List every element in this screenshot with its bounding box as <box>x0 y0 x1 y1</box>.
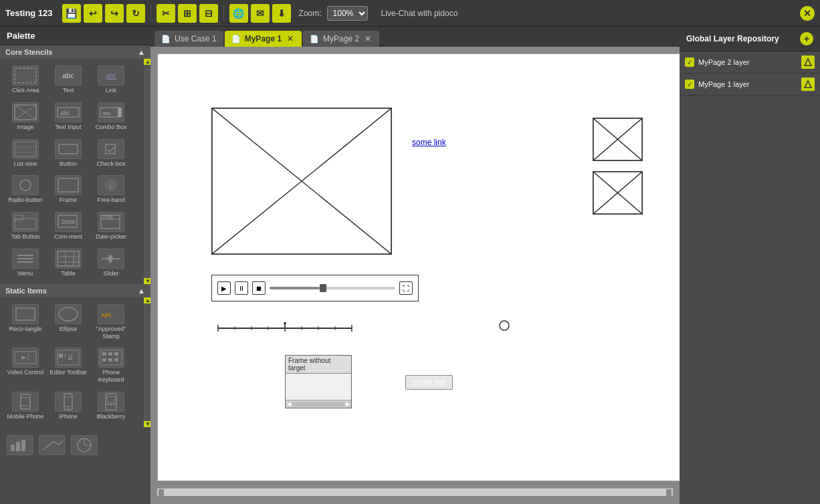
palette-item-button[interactable]: Button <box>48 136 88 170</box>
palette-item-menu[interactable]: Menu <box>5 246 45 280</box>
palette-item-textinput[interactable]: abc Text Input <box>48 100 88 134</box>
tab-mypage1-close[interactable]: ✕ <box>286 34 295 43</box>
link-icon: abc <box>98 66 124 86</box>
frame-icon <box>55 175 82 195</box>
play-button[interactable]: ▶ <box>217 281 231 295</box>
canvas-image-1[interactable] <box>211 108 392 255</box>
canvas-frame-without-target[interactable]: Frame without target ◀ ▶ <box>285 355 352 408</box>
cut-button[interactable]: ✂ <box>157 4 175 23</box>
palette-item-listview[interactable]: List view <box>5 136 45 170</box>
tab-usecase1-icon: 📄 <box>161 35 171 43</box>
static-items-items: Reco-tangle Ellipse AP! "Approved" Stamp <box>0 297 144 427</box>
palette-item-frame[interactable]: Frame <box>48 172 88 207</box>
palette-item-combobox[interactable]: abc Combo Box <box>91 100 131 134</box>
palette-item-barchart[interactable] <box>5 432 35 458</box>
globe-button[interactable]: 🌐 <box>229 4 248 23</box>
canvas-link[interactable]: some link <box>412 138 446 147</box>
core-stencils-scrollbar[interactable]: ▲ ▼ <box>144 59 150 284</box>
svg-rect-67 <box>21 440 25 451</box>
palette-item-datepicker[interactable]: 2008 Date-picker <box>91 209 131 243</box>
canvas-video-control[interactable]: ▶ ⏸ ⏹ ⛶ <box>211 275 419 301</box>
mobilephone-icon <box>12 392 39 412</box>
canvas-tab-button[interactable]: some tab <box>405 375 453 390</box>
pause-button[interactable]: ⏸ <box>235 281 248 295</box>
text-icon: abc <box>55 66 82 86</box>
palette-item-text[interactable]: abc Text <box>48 63 88 97</box>
tabbutton-icon <box>12 212 39 232</box>
canvas-radio[interactable]: radiobutton <box>499 320 552 331</box>
svg-rect-64 <box>113 403 115 405</box>
palette-item-iphone[interactable]: iPhone <box>48 389 88 423</box>
palette-item-piechart[interactable] <box>70 432 99 458</box>
layer-mypage1-icon[interactable] <box>801 78 815 91</box>
palette-item-ellipse[interactable]: Ellipse <box>48 301 88 343</box>
palette-item-image[interactable]: Image <box>5 100 45 134</box>
layer-item-mypage2: ✓ MyPage 2 layer <box>680 51 820 74</box>
checkbox-icon <box>98 139 124 159</box>
canvas-image-3[interactable] <box>593 171 643 215</box>
palette-item-blackberry[interactable]: Blackberry <box>91 389 131 423</box>
svg-rect-36 <box>16 308 35 320</box>
tab-usecase1[interactable]: 📄 Use Case 1 <box>155 31 223 47</box>
palette-item-tabbutton[interactable]: Tab Button <box>5 209 45 243</box>
palette-item-videocontrol[interactable]: Video Control <box>5 345 45 386</box>
svg-point-59 <box>68 407 70 409</box>
phonekeyboard-icon <box>98 348 124 368</box>
svg-rect-63 <box>110 403 112 405</box>
ellipse-icon <box>55 304 82 324</box>
video-progress-bar[interactable] <box>270 287 395 289</box>
palette-item-checkbox[interactable]: Check-box <box>91 136 131 170</box>
canvas-image-2[interactable] <box>593 118 643 161</box>
canvas-slider[interactable] <box>211 318 358 338</box>
svg-rect-48 <box>108 352 112 356</box>
svg-marker-86 <box>284 322 286 328</box>
save-button[interactable]: 💾 <box>62 4 81 23</box>
svg-text:2008: 2008 <box>102 215 113 219</box>
svg-marker-93 <box>805 81 811 88</box>
palette-item-table[interactable]: Table <box>48 246 88 280</box>
stencil1-button[interactable]: ⊞ <box>178 4 197 23</box>
stamp-icon: AP! <box>98 304 124 324</box>
canvas-wrapper[interactable]: some link <box>150 47 680 504</box>
canvas-hscroll[interactable] <box>157 488 673 496</box>
layer-mypage1-name: MyPage 1 layer <box>698 80 797 88</box>
download-button[interactable]: ⬇ <box>272 4 291 23</box>
stencil2-button[interactable]: ⊟ <box>199 4 218 23</box>
palette-item-link[interactable]: abc Link <box>91 63 131 97</box>
fullscreen-button[interactable]: ⛶ <box>399 281 413 295</box>
palette-item-mobilephone[interactable]: Mobile Phone <box>5 389 45 423</box>
svg-point-37 <box>59 307 78 321</box>
palette-item-clickarea[interactable]: Click Area <box>5 63 45 97</box>
extra-stencils <box>0 427 150 463</box>
linechart-icon <box>39 435 66 455</box>
zoom-select[interactable]: 100% 50% 75% 125% 150% 200% <box>327 6 368 21</box>
stop-button[interactable]: ⏹ <box>252 281 266 295</box>
slider-icon <box>98 249 124 269</box>
palette-item-linechart[interactable] <box>37 432 67 458</box>
layer-mypage2-icon[interactable] <box>801 55 815 69</box>
palette-item-phonekeyboard[interactable]: Phone Keyboard <box>91 345 131 386</box>
button-icon <box>55 139 82 159</box>
tab-mypage2-close[interactable]: ✕ <box>363 34 373 43</box>
tab-mypage2[interactable]: 📄 MyPage 2 ✕ <box>303 31 379 47</box>
palette-item-freehand[interactable]: ☺ Free-hand <box>91 172 131 207</box>
redo-button[interactable]: ↪ <box>105 4 124 23</box>
tab-mypage1[interactable]: 📄 MyPage 1 ✕ <box>225 31 302 47</box>
add-layer-button[interactable]: + <box>800 32 813 45</box>
email-button[interactable]: ✉ <box>251 4 270 23</box>
undo-button[interactable]: ↩ <box>84 4 102 23</box>
layer-mypage1-checkbox[interactable]: ✓ <box>685 80 694 89</box>
tab-bar: 📄 Use Case 1 📄 MyPage 1 ✕ 📄 MyPage 2 ✕ <box>150 27 680 47</box>
palette-item-slider[interactable]: Slider <box>91 246 131 280</box>
radiobutton-icon <box>12 175 39 195</box>
close-button[interactable]: ✕ <box>800 6 815 21</box>
palette-item-rectangle[interactable]: Reco-tangle <box>5 301 45 343</box>
palette-item-comment[interactable]: 2008 Com-ment <box>48 209 88 243</box>
palette-item-stamp[interactable]: AP! "Approved" Stamp <box>91 301 131 343</box>
refresh-button[interactable]: ↻ <box>126 4 145 23</box>
palette-item-radiobutton[interactable]: Radio-button <box>5 172 45 207</box>
static-items-scrollbar[interactable]: ▲ ▼ <box>144 297 150 427</box>
layer-mypage2-name: MyPage 2 layer <box>698 58 797 66</box>
palette-item-editortoolbar[interactable]: BIU Editor Toolbar <box>48 345 88 386</box>
layer-mypage2-checkbox[interactable]: ✓ <box>685 57 694 67</box>
